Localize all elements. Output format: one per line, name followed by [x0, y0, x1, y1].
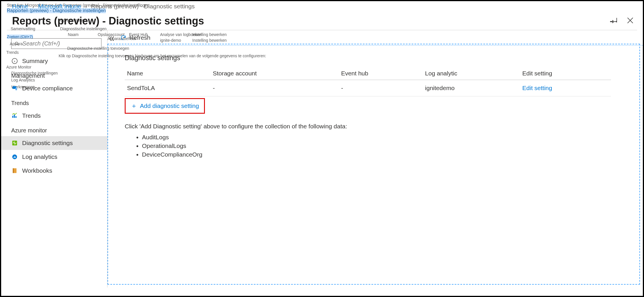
svg-rect-9: [14, 157, 14, 158]
col-edit: Edit setting: [520, 67, 611, 80]
close-icon[interactable]: [626, 16, 634, 26]
edit-setting-link[interactable]: Edit setting: [522, 85, 552, 91]
col-eventhub: Event hub: [339, 67, 423, 80]
log-analytics-icon: [11, 153, 18, 160]
page-title: Reports (preview) - Diagnostic settings: [12, 15, 204, 27]
data-types-list: AuditLogs OperationalLogs DeviceComplian…: [142, 134, 631, 158]
sidebar-item-label: Diagnostic settings: [22, 140, 73, 146]
sidebar: Summary Management Device compliance Tre…: [1, 30, 107, 288]
sidebar-item-workbooks[interactable]: Workbooks: [1, 164, 107, 178]
trends-icon: [11, 112, 18, 119]
sidebar-item-summary[interactable]: Summary: [1, 54, 107, 68]
sidebar-group-management: Management: [1, 68, 107, 81]
list-item: AuditLogs: [142, 134, 631, 141]
hint-text: Click 'Add Diagnostic setting' above to …: [125, 123, 631, 130]
sidebar-group-trends: Trends: [1, 95, 107, 109]
sidebar-group-monitor: Azure monitor: [1, 123, 107, 136]
table-row: SendToLA - - ignitedemo Edit setting: [125, 80, 611, 96]
svg-rect-4: [12, 116, 14, 118]
refresh-button[interactable]: Refresh: [107, 30, 643, 45]
sidebar-item-device-compliance[interactable]: Device compliance: [1, 81, 107, 95]
workbooks-icon: [11, 167, 18, 174]
sidebar-item-label: Device compliance: [22, 85, 73, 92]
svg-rect-6: [16, 116, 17, 118]
svg-rect-13: [13, 168, 14, 173]
sidebar-item-diagnostic-settings[interactable]: Diagnostic settings: [1, 136, 107, 150]
search-input-wrap[interactable]: [11, 38, 101, 49]
list-item: OperationalLogs: [142, 142, 631, 149]
breadcrumb-home[interactable]: Home: [12, 3, 28, 9]
device-icon: [11, 85, 18, 92]
cell-name: SendToLA: [125, 80, 210, 96]
svg-rect-10: [14, 156, 15, 158]
add-diagnostic-setting-button[interactable]: ＋ Add diagnostic setting: [125, 98, 205, 114]
refresh-icon: [120, 35, 126, 41]
list-item: DeviceComplianceOrg: [142, 151, 631, 158]
diagnostic-settings-table: Name Storage account Event hub Log analy…: [125, 67, 611, 96]
breadcrumb: Home › Microsoft Intune › Reports (previ…: [1, 1, 643, 10]
svg-rect-5: [14, 115, 15, 118]
search-input[interactable]: [22, 40, 98, 47]
cell-storage: -: [210, 80, 339, 96]
breadcrumb-intune[interactable]: Microsoft Intune: [38, 3, 81, 9]
sidebar-item-label: Workbooks: [22, 167, 52, 174]
refresh-label: Refresh: [129, 34, 151, 41]
collapse-sidebar-icon[interactable]: [107, 34, 116, 43]
cell-eventhub: -: [339, 80, 423, 96]
breadcrumb-current: Reports (preview) - Diagnostic settings: [91, 3, 195, 9]
search-icon: [14, 41, 20, 47]
svg-point-0: [15, 42, 18, 44]
cell-loganalytic: ignitedemo: [423, 80, 520, 96]
sidebar-item-label: Summary: [22, 58, 48, 64]
info-icon: [11, 58, 18, 64]
col-name: Name: [125, 67, 210, 80]
content-area: Refresh Diagnostic settings Name Storage…: [107, 30, 643, 288]
col-storage: Storage account: [210, 67, 339, 80]
sidebar-item-log-analytics[interactable]: Log analytics: [1, 150, 107, 164]
pin-icon[interactable]: [610, 16, 618, 26]
chevron-right-icon: ›: [85, 3, 87, 9]
svg-rect-3: [16, 87, 17, 90]
plus-icon: ＋: [131, 103, 137, 109]
sidebar-item-trends[interactable]: Trends: [1, 109, 107, 123]
sidebar-item-label: Trends: [22, 112, 41, 119]
sidebar-item-label: Log analytics: [22, 153, 57, 160]
col-loganalytic: Log analytic: [423, 67, 520, 80]
activity-icon: [11, 140, 18, 146]
chevron-right-icon: ›: [32, 3, 34, 9]
section-title: Diagnostic settings: [125, 54, 631, 62]
add-label: Add diagnostic setting: [140, 102, 199, 109]
svg-rect-11: [15, 157, 16, 158]
